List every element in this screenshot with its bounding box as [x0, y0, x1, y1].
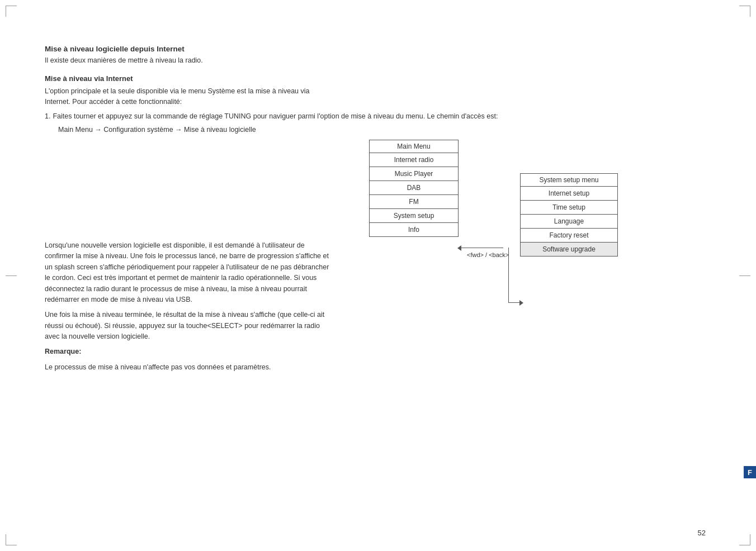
- arrow-head-left: [457, 245, 461, 251]
- menu-item-music-player: Music Player: [370, 167, 458, 181]
- menu-item-time-setup: Time setup: [521, 201, 617, 215]
- nav-label: <fwd> / <back>: [467, 251, 509, 258]
- corner-mark-bl: [6, 534, 17, 545]
- corner-mark-tr: [739, 6, 750, 17]
- corner-mark-tl: [6, 6, 17, 17]
- lower-text-section: Lorsqu'une nouvelle version logicielle e…: [45, 240, 336, 377]
- main-menu-box: Main Menu Internet radio Music Player DA…: [369, 140, 459, 237]
- arrow-horizontal: [459, 248, 503, 248]
- path-content: Main Menu → Configuration système → Mise…: [58, 126, 256, 134]
- diagram-area: Main Menu Internet radio Music Player DA…: [324, 129, 688, 363]
- vertical-connector: [508, 248, 509, 303]
- menu-item-language: Language: [521, 215, 617, 229]
- software-upgrade-arrowhead: [519, 300, 523, 306]
- menu-item-system-setup: System setup: [370, 209, 458, 223]
- step-text: Faites tourner et appuyez sur la command…: [53, 111, 498, 122]
- tick-left: [6, 276, 17, 276]
- body-text-1: Lorsqu'une nouvelle version logicielle e…: [45, 240, 336, 373]
- menu-item-internet-radio: Internet radio: [370, 153, 458, 167]
- subsection-title: Mise à niveau via Internet: [45, 74, 711, 83]
- section-title: Mise à niveau logicielle depuis Internet: [45, 45, 711, 53]
- intro-text: L'option principale et la seule disponib…: [45, 86, 336, 108]
- step-num: 1.: [45, 111, 50, 122]
- menu-item-factory-reset: Factory reset: [521, 229, 617, 243]
- f-badge: F: [744, 466, 756, 478]
- remark-label: Remarque:: [45, 348, 81, 355]
- page-number: 52: [698, 529, 706, 537]
- step-1: 1. Faites tourner et appuyez sur la comm…: [45, 111, 711, 122]
- menu-item-dab: DAB: [370, 181, 458, 195]
- system-setup-menu-box: System setup menu Internet setup Time se…: [520, 173, 618, 256]
- section-subtitle: Il existe deux manières de mettre à nive…: [45, 56, 711, 64]
- tick-right: [739, 276, 750, 276]
- menu-item-info: Info: [370, 223, 458, 236]
- system-setup-menu-title: System setup menu: [521, 174, 617, 187]
- menu-item-software-upgrade: Software upgrade: [521, 243, 617, 256]
- corner-mark-br: [739, 534, 750, 545]
- main-menu-title: Main Menu: [370, 140, 458, 153]
- software-upgrade-arrow: [509, 302, 520, 303]
- menu-item-internet-setup: Internet setup: [521, 187, 617, 201]
- menu-item-fm: FM: [370, 195, 458, 209]
